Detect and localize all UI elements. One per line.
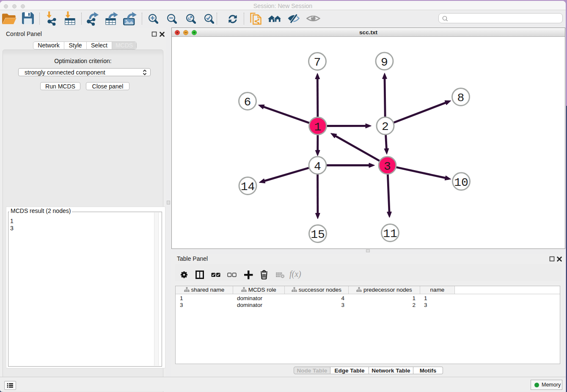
svg-text:6: 6 [244, 96, 251, 109]
svg-text:8: 8 [457, 91, 465, 105]
svg-text:7: 7 [314, 56, 321, 69]
svg-text:11: 11 [383, 227, 397, 240]
svg-text:f(x): f(x) [289, 270, 301, 279]
svg-text:14: 14 [241, 180, 255, 193]
svg-text:10: 10 [454, 176, 468, 189]
svg-text:9: 9 [381, 56, 388, 69]
svg-text:3: 3 [384, 160, 391, 173]
svg-text:2: 2 [382, 120, 389, 133]
svg-text:15: 15 [311, 228, 325, 241]
svg-text:1: 1 [314, 121, 322, 134]
svg-text:4: 4 [314, 160, 321, 173]
